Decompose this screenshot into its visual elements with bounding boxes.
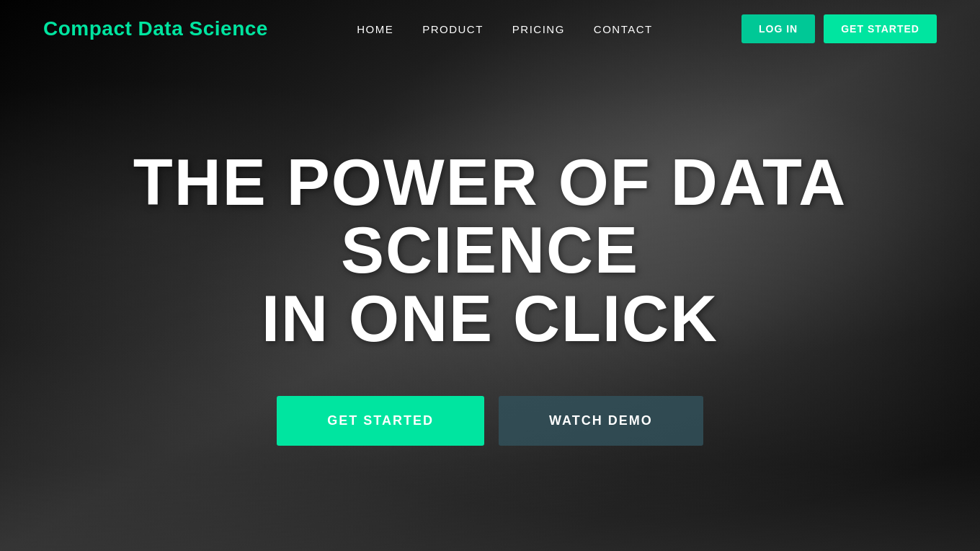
nav-buttons: LOG IN GET STARTED: [741, 14, 937, 43]
nav-link-pricing[interactable]: PRICING: [512, 23, 565, 35]
hero-title-line2: IN ONE CLICK: [262, 283, 718, 355]
nav-link-contact[interactable]: CONTACT: [594, 23, 653, 35]
hero-content: THE POWER OF DATA SCIENCE IN ONE CLICK G…: [0, 43, 980, 551]
hero-title-line1: THE POWER OF DATA SCIENCE: [133, 146, 847, 287]
nav-link-home[interactable]: HOME: [357, 23, 393, 35]
hero-watch-demo-button[interactable]: WATCH DEMO: [499, 396, 703, 446]
get-started-nav-button[interactable]: GET STARTED: [824, 14, 937, 43]
brand-logo[interactable]: Compact Data Science: [43, 17, 268, 40]
login-button[interactable]: LOG IN: [741, 14, 815, 43]
hero-get-started-button[interactable]: GET STARTED: [277, 396, 484, 446]
nav-link-product[interactable]: PRODUCT: [422, 23, 484, 35]
hero-title: THE POWER OF DATA SCIENCE IN ONE CLICK: [58, 149, 922, 353]
hero-section: Compact Data Science HOME PRODUCT PRICIN…: [0, 0, 980, 551]
hero-buttons: GET STARTED WATCH DEMO: [277, 396, 703, 446]
nav-links: HOME PRODUCT PRICING CONTACT: [357, 23, 653, 35]
